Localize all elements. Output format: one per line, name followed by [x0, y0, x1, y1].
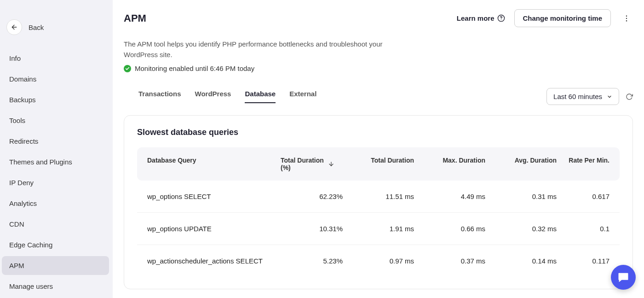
time-range-label: Last 60 minutes	[553, 93, 602, 100]
chevron-down-icon	[607, 94, 612, 99]
sidebar-item-domains[interactable]: Domains	[2, 70, 109, 88]
sidebar: Back Info Domains Backups Tools Redirect…	[0, 0, 113, 298]
sidebar-item-themes-plugins[interactable]: Themes and Plugins	[2, 152, 109, 171]
sidebar-item-ip-deny[interactable]: IP Deny	[2, 173, 109, 192]
more-menu-button[interactable]	[620, 12, 633, 25]
col-header-rate[interactable]: Rate Per Min.	[557, 157, 610, 171]
cell-avg: 0.32 ms	[485, 225, 557, 233]
cell-query: wp_options UPDATE	[147, 225, 281, 233]
col-header-avg[interactable]: Avg. Duration	[485, 157, 557, 171]
help-circle-icon	[497, 14, 505, 22]
sidebar-item-redirects[interactable]: Redirects	[2, 132, 109, 151]
check-circle-icon	[124, 65, 131, 72]
back-label: Back	[29, 23, 44, 31]
svg-point-3	[626, 15, 627, 16]
arrow-left-icon	[11, 23, 18, 31]
sidebar-item-manage-users[interactable]: Manage users	[2, 277, 109, 296]
refresh-button[interactable]	[626, 93, 633, 100]
sidebar-item-tools[interactable]: Tools	[2, 111, 109, 130]
col-header-dur[interactable]: Total Duration	[343, 157, 414, 171]
header: APM Learn more Change monitoring time	[124, 9, 633, 27]
cell-rate: 0.117	[557, 257, 610, 265]
cell-dur: 11.51 ms	[343, 193, 414, 200]
cell-max: 0.66 ms	[414, 225, 485, 233]
svg-point-4	[626, 18, 627, 18]
chat-icon	[617, 271, 630, 284]
time-range-select[interactable]: Last 60 minutes	[546, 88, 619, 105]
cell-query: wp_options SELECT	[147, 193, 281, 200]
sidebar-item-backups[interactable]: Backups	[2, 90, 109, 109]
cell-rate: 0.617	[557, 193, 610, 200]
monitoring-status: Monitoring enabled until 6:46 PM today	[124, 64, 633, 72]
tab-external[interactable]: External	[289, 90, 316, 103]
back-button[interactable]	[6, 19, 22, 35]
slowest-queries-card: Slowest database queries Database Query …	[124, 115, 633, 289]
monitoring-status-text: Monitoring enabled until 6:46 PM today	[135, 64, 254, 72]
table-row[interactable]: wp_options UPDATE 10.31% 1.91 ms 0.66 ms…	[137, 213, 620, 245]
chat-widget-button[interactable]	[611, 265, 636, 290]
cell-max: 4.49 ms	[414, 193, 485, 200]
cell-pct: 10.31%	[281, 225, 343, 233]
svg-point-5	[626, 20, 627, 21]
cell-max: 0.37 ms	[414, 257, 485, 265]
tab-transactions[interactable]: Transactions	[138, 90, 181, 103]
cell-query: wp_actionscheduler_actions SELECT	[147, 257, 281, 265]
cell-dur: 1.91 ms	[343, 225, 414, 233]
cell-pct: 5.23%	[281, 257, 343, 265]
col-header-pct-label: Total Duration (%)	[281, 157, 324, 171]
tab-database[interactable]: Database	[245, 90, 276, 103]
tab-wordpress[interactable]: WordPress	[195, 90, 231, 103]
page-title: APM	[124, 12, 146, 24]
table-row[interactable]: wp_options SELECT 62.23% 11.51 ms 4.49 m…	[137, 181, 620, 213]
back-container: Back	[0, 6, 113, 49]
sort-desc-icon	[328, 161, 334, 167]
sidebar-item-cdn[interactable]: CDN	[2, 215, 109, 234]
header-actions: Learn more Change monitoring time	[457, 9, 633, 27]
cell-dur: 0.97 ms	[343, 257, 414, 265]
main-content: APM Learn more Change monitoring time Th	[113, 0, 644, 298]
table-header: Database Query Total Duration (%) Total …	[137, 147, 620, 181]
cell-pct: 62.23%	[281, 193, 343, 200]
apm-description: The APM tool helps you identify PHP perf…	[124, 39, 400, 60]
change-monitoring-time-button[interactable]: Change monitoring time	[514, 9, 611, 27]
learn-more-label: Learn more	[457, 14, 494, 22]
tabs: Transactions WordPress Database External	[124, 90, 316, 103]
sidebar-item-info[interactable]: Info	[2, 49, 109, 68]
cell-rate: 0.1	[557, 225, 610, 233]
table-row[interactable]: wp_actionscheduler_actions SELECT 5.23% …	[137, 245, 620, 277]
tabs-right: Last 60 minutes	[546, 88, 633, 105]
sidebar-item-apm[interactable]: APM	[2, 256, 109, 275]
cell-avg: 0.14 ms	[485, 257, 557, 265]
col-header-max[interactable]: Max. Duration	[414, 157, 485, 171]
sidebar-nav: Info Domains Backups Tools Redirects The…	[0, 49, 113, 298]
cell-avg: 0.31 ms	[485, 193, 557, 200]
sidebar-item-edge-caching[interactable]: Edge Caching	[2, 235, 109, 254]
col-header-query[interactable]: Database Query	[147, 157, 281, 171]
refresh-icon	[626, 93, 633, 100]
more-vertical-icon	[622, 14, 631, 23]
col-header-pct[interactable]: Total Duration (%)	[281, 157, 343, 171]
learn-more-link[interactable]: Learn more	[457, 14, 505, 22]
card-title: Slowest database queries	[137, 128, 620, 137]
tabs-row: Transactions WordPress Database External…	[124, 88, 633, 105]
sidebar-item-analytics[interactable]: Analytics	[2, 194, 109, 213]
